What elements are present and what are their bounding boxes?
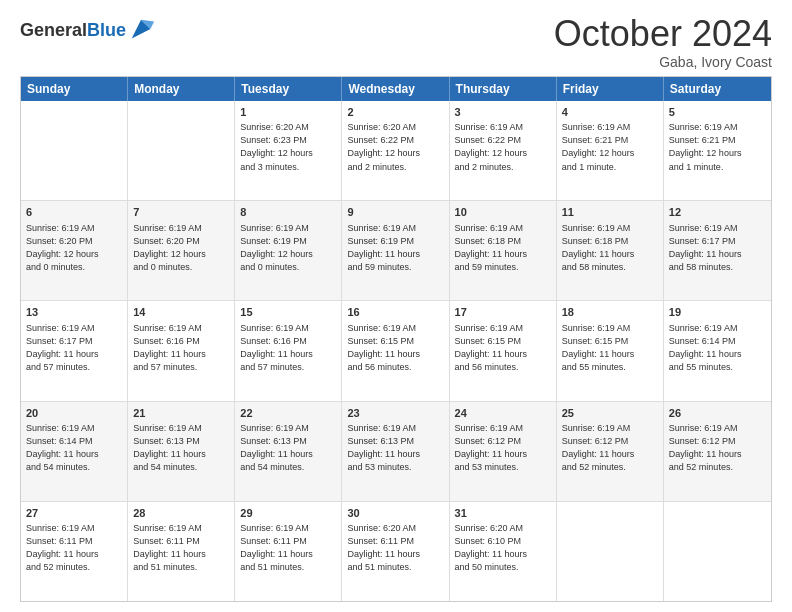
calendar-header-cell: Friday bbox=[557, 77, 664, 101]
calendar-row: 27Sunrise: 6:19 AM Sunset: 6:11 PM Dayli… bbox=[21, 502, 771, 601]
title-area: October 2024 Gaba, Ivory Coast bbox=[554, 16, 772, 70]
cell-daylight-info: Sunrise: 6:20 AM Sunset: 6:23 PM Dayligh… bbox=[240, 121, 336, 173]
cell-daylight-info: Sunrise: 6:20 AM Sunset: 6:11 PM Dayligh… bbox=[347, 522, 443, 574]
cell-daylight-info: Sunrise: 6:19 AM Sunset: 6:13 PM Dayligh… bbox=[347, 422, 443, 474]
cell-daylight-info: Sunrise: 6:19 AM Sunset: 6:15 PM Dayligh… bbox=[347, 322, 443, 374]
day-number: 11 bbox=[562, 205, 658, 220]
calendar-row: 13Sunrise: 6:19 AM Sunset: 6:17 PM Dayli… bbox=[21, 301, 771, 401]
calendar-header-cell: Thursday bbox=[450, 77, 557, 101]
day-number: 2 bbox=[347, 105, 443, 120]
cell-daylight-info: Sunrise: 6:20 AM Sunset: 6:22 PM Dayligh… bbox=[347, 121, 443, 173]
calendar-cell bbox=[557, 502, 664, 601]
calendar-cell: 31Sunrise: 6:20 AM Sunset: 6:10 PM Dayli… bbox=[450, 502, 557, 601]
cell-daylight-info: Sunrise: 6:19 AM Sunset: 6:13 PM Dayligh… bbox=[133, 422, 229, 474]
calendar-cell: 9Sunrise: 6:19 AM Sunset: 6:19 PM Daylig… bbox=[342, 201, 449, 300]
calendar-header-cell: Sunday bbox=[21, 77, 128, 101]
cell-daylight-info: Sunrise: 6:19 AM Sunset: 6:19 PM Dayligh… bbox=[240, 222, 336, 274]
day-number: 27 bbox=[26, 506, 122, 521]
calendar-cell bbox=[664, 502, 771, 601]
day-number: 21 bbox=[133, 406, 229, 421]
logo-blue: Blue bbox=[87, 20, 126, 40]
cell-daylight-info: Sunrise: 6:19 AM Sunset: 6:19 PM Dayligh… bbox=[347, 222, 443, 274]
day-number: 30 bbox=[347, 506, 443, 521]
calendar-header-cell: Tuesday bbox=[235, 77, 342, 101]
cell-daylight-info: Sunrise: 6:20 AM Sunset: 6:10 PM Dayligh… bbox=[455, 522, 551, 574]
day-number: 17 bbox=[455, 305, 551, 320]
day-number: 26 bbox=[669, 406, 766, 421]
logo-area: GeneralBlue bbox=[20, 16, 156, 44]
calendar-header: SundayMondayTuesdayWednesdayThursdayFrid… bbox=[21, 77, 771, 101]
day-number: 13 bbox=[26, 305, 122, 320]
calendar-cell: 24Sunrise: 6:19 AM Sunset: 6:12 PM Dayli… bbox=[450, 402, 557, 501]
day-number: 23 bbox=[347, 406, 443, 421]
calendar-cell: 17Sunrise: 6:19 AM Sunset: 6:15 PM Dayli… bbox=[450, 301, 557, 400]
calendar-cell: 25Sunrise: 6:19 AM Sunset: 6:12 PM Dayli… bbox=[557, 402, 664, 501]
calendar: SundayMondayTuesdayWednesdayThursdayFrid… bbox=[20, 76, 772, 602]
day-number: 31 bbox=[455, 506, 551, 521]
calendar-cell: 30Sunrise: 6:20 AM Sunset: 6:11 PM Dayli… bbox=[342, 502, 449, 601]
day-number: 14 bbox=[133, 305, 229, 320]
calendar-cell: 7Sunrise: 6:19 AM Sunset: 6:20 PM Daylig… bbox=[128, 201, 235, 300]
calendar-cell: 1Sunrise: 6:20 AM Sunset: 6:23 PM Daylig… bbox=[235, 101, 342, 200]
day-number: 7 bbox=[133, 205, 229, 220]
calendar-cell: 15Sunrise: 6:19 AM Sunset: 6:16 PM Dayli… bbox=[235, 301, 342, 400]
day-number: 9 bbox=[347, 205, 443, 220]
month-title: October 2024 bbox=[554, 16, 772, 52]
calendar-cell: 14Sunrise: 6:19 AM Sunset: 6:16 PM Dayli… bbox=[128, 301, 235, 400]
cell-daylight-info: Sunrise: 6:19 AM Sunset: 6:14 PM Dayligh… bbox=[669, 322, 766, 374]
cell-daylight-info: Sunrise: 6:19 AM Sunset: 6:11 PM Dayligh… bbox=[133, 522, 229, 574]
calendar-cell: 12Sunrise: 6:19 AM Sunset: 6:17 PM Dayli… bbox=[664, 201, 771, 300]
day-number: 6 bbox=[26, 205, 122, 220]
calendar-cell: 28Sunrise: 6:19 AM Sunset: 6:11 PM Dayli… bbox=[128, 502, 235, 601]
calendar-cell: 22Sunrise: 6:19 AM Sunset: 6:13 PM Dayli… bbox=[235, 402, 342, 501]
logo-general: General bbox=[20, 20, 87, 40]
location-subtitle: Gaba, Ivory Coast bbox=[554, 54, 772, 70]
day-number: 4 bbox=[562, 105, 658, 120]
cell-daylight-info: Sunrise: 6:19 AM Sunset: 6:16 PM Dayligh… bbox=[133, 322, 229, 374]
calendar-header-cell: Wednesday bbox=[342, 77, 449, 101]
calendar-cell: 6Sunrise: 6:19 AM Sunset: 6:20 PM Daylig… bbox=[21, 201, 128, 300]
cell-daylight-info: Sunrise: 6:19 AM Sunset: 6:18 PM Dayligh… bbox=[455, 222, 551, 274]
day-number: 5 bbox=[669, 105, 766, 120]
cell-daylight-info: Sunrise: 6:19 AM Sunset: 6:11 PM Dayligh… bbox=[26, 522, 122, 574]
cell-daylight-info: Sunrise: 6:19 AM Sunset: 6:15 PM Dayligh… bbox=[562, 322, 658, 374]
calendar-cell: 29Sunrise: 6:19 AM Sunset: 6:11 PM Dayli… bbox=[235, 502, 342, 601]
calendar-header-cell: Monday bbox=[128, 77, 235, 101]
calendar-cell bbox=[128, 101, 235, 200]
cell-daylight-info: Sunrise: 6:19 AM Sunset: 6:21 PM Dayligh… bbox=[562, 121, 658, 173]
day-number: 29 bbox=[240, 506, 336, 521]
day-number: 24 bbox=[455, 406, 551, 421]
day-number: 25 bbox=[562, 406, 658, 421]
calendar-row: 6Sunrise: 6:19 AM Sunset: 6:20 PM Daylig… bbox=[21, 201, 771, 301]
header: GeneralBlue October 2024 Gaba, Ivory Coa… bbox=[20, 16, 772, 70]
day-number: 16 bbox=[347, 305, 443, 320]
calendar-cell: 19Sunrise: 6:19 AM Sunset: 6:14 PM Dayli… bbox=[664, 301, 771, 400]
day-number: 19 bbox=[669, 305, 766, 320]
calendar-cell: 3Sunrise: 6:19 AM Sunset: 6:22 PM Daylig… bbox=[450, 101, 557, 200]
day-number: 28 bbox=[133, 506, 229, 521]
cell-daylight-info: Sunrise: 6:19 AM Sunset: 6:20 PM Dayligh… bbox=[133, 222, 229, 274]
logo-text: GeneralBlue bbox=[20, 21, 126, 39]
cell-daylight-info: Sunrise: 6:19 AM Sunset: 6:13 PM Dayligh… bbox=[240, 422, 336, 474]
calendar-cell: 18Sunrise: 6:19 AM Sunset: 6:15 PM Dayli… bbox=[557, 301, 664, 400]
calendar-row: 20Sunrise: 6:19 AM Sunset: 6:14 PM Dayli… bbox=[21, 402, 771, 502]
calendar-cell bbox=[21, 101, 128, 200]
day-number: 18 bbox=[562, 305, 658, 320]
day-number: 12 bbox=[669, 205, 766, 220]
cell-daylight-info: Sunrise: 6:19 AM Sunset: 6:17 PM Dayligh… bbox=[26, 322, 122, 374]
cell-daylight-info: Sunrise: 6:19 AM Sunset: 6:12 PM Dayligh… bbox=[669, 422, 766, 474]
calendar-cell: 8Sunrise: 6:19 AM Sunset: 6:19 PM Daylig… bbox=[235, 201, 342, 300]
cell-daylight-info: Sunrise: 6:19 AM Sunset: 6:12 PM Dayligh… bbox=[455, 422, 551, 474]
cell-daylight-info: Sunrise: 6:19 AM Sunset: 6:16 PM Dayligh… bbox=[240, 322, 336, 374]
calendar-cell: 21Sunrise: 6:19 AM Sunset: 6:13 PM Dayli… bbox=[128, 402, 235, 501]
cell-daylight-info: Sunrise: 6:19 AM Sunset: 6:15 PM Dayligh… bbox=[455, 322, 551, 374]
calendar-cell: 16Sunrise: 6:19 AM Sunset: 6:15 PM Dayli… bbox=[342, 301, 449, 400]
day-number: 15 bbox=[240, 305, 336, 320]
calendar-header-cell: Saturday bbox=[664, 77, 771, 101]
day-number: 22 bbox=[240, 406, 336, 421]
calendar-cell: 13Sunrise: 6:19 AM Sunset: 6:17 PM Dayli… bbox=[21, 301, 128, 400]
day-number: 8 bbox=[240, 205, 336, 220]
calendar-body: 1Sunrise: 6:20 AM Sunset: 6:23 PM Daylig… bbox=[21, 101, 771, 601]
calendar-cell: 20Sunrise: 6:19 AM Sunset: 6:14 PM Dayli… bbox=[21, 402, 128, 501]
calendar-cell: 27Sunrise: 6:19 AM Sunset: 6:11 PM Dayli… bbox=[21, 502, 128, 601]
